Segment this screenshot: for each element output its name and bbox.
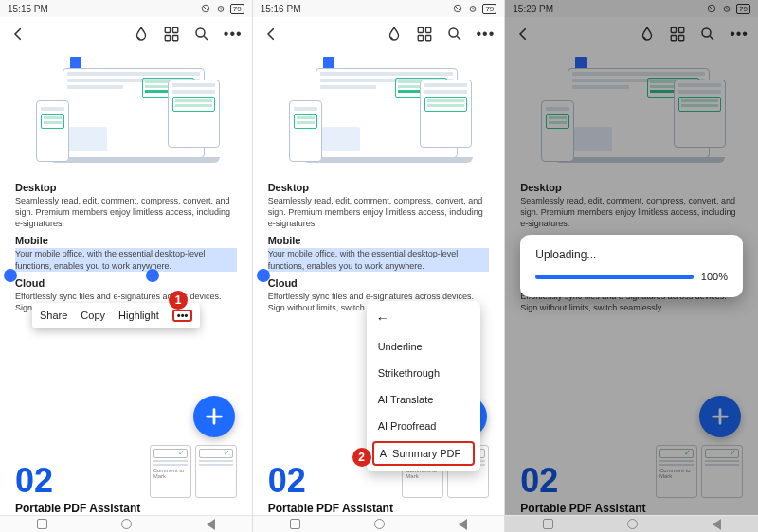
mobile-heading: Mobile — [268, 235, 490, 246]
battery-level: 79 — [230, 4, 244, 14]
svg-rect-17 — [679, 27, 684, 32]
fab-add-button[interactable] — [699, 396, 741, 437]
upload-percent: 100% — [701, 271, 728, 282]
alarm-icon — [215, 4, 226, 13]
overflow-icon[interactable]: ••• — [224, 26, 243, 43]
upload-label: Uploading... — [535, 248, 728, 261]
svg-point-13 — [449, 28, 458, 37]
document-view[interactable]: Desktop Seamlessly read, edit, comment, … — [0, 51, 252, 313]
upload-modal: Uploading... 100% — [520, 235, 743, 297]
ctx-share[interactable]: Share — [40, 310, 67, 321]
page-thumb[interactable]: Comment to Mark — [656, 445, 697, 498]
footer-title: Portable PDF Assistant — [520, 502, 743, 515]
grid-icon[interactable] — [669, 26, 686, 43]
dropdown-ai-proofread[interactable]: AI Proofread — [367, 413, 480, 439]
nav-home[interactable] — [121, 519, 132, 529]
page-number: 02 — [15, 464, 53, 498]
page-footer: 02 Comment to Mark Portable PDF Assistan… — [505, 445, 758, 515]
ctx-copy[interactable]: Copy — [81, 310, 105, 321]
dropdown-ai-translate[interactable]: AI Translate — [367, 386, 480, 413]
dnd-icon — [452, 4, 463, 13]
ink-icon[interactable] — [133, 26, 150, 43]
svg-rect-11 — [418, 36, 423, 41]
status-indicators: 79 — [200, 4, 244, 14]
back-icon[interactable] — [262, 26, 280, 43]
status-bar: 15:29 PM 79 — [505, 0, 758, 17]
dropdown-back[interactable]: ← — [367, 307, 480, 333]
app-bar: ••• — [505, 17, 758, 51]
screen-2: 15:16 PM 79 ••• — [253, 0, 506, 532]
android-navbar — [0, 515, 252, 532]
search-icon[interactable] — [446, 26, 463, 43]
svg-rect-4 — [165, 36, 170, 41]
svg-point-6 — [196, 28, 205, 37]
status-indicators: 79 — [706, 4, 750, 14]
dnd-icon — [200, 4, 211, 13]
dropdown-underline[interactable]: Underline — [367, 333, 480, 360]
fab-add-button[interactable] — [193, 396, 235, 437]
nav-recents[interactable] — [290, 519, 300, 529]
battery-level: 79 — [736, 4, 750, 14]
ink-icon[interactable] — [386, 26, 403, 43]
grid-icon[interactable] — [163, 26, 180, 43]
nav-back[interactable] — [459, 519, 467, 530]
callout-badge-2: 2 — [352, 448, 371, 467]
plus-icon — [710, 406, 731, 427]
desktop-heading: Desktop — [15, 182, 237, 193]
nav-back[interactable] — [713, 519, 721, 530]
android-navbar — [505, 515, 758, 532]
svg-rect-16 — [671, 27, 676, 32]
ctx-more-button[interactable]: ••• — [172, 310, 193, 322]
page-thumb[interactable] — [701, 445, 743, 498]
mobile-text-selected[interactable]: Your mobile office, with the essential d… — [268, 248, 490, 271]
dnd-icon — [706, 4, 717, 13]
svg-point-20 — [702, 28, 711, 37]
dropdown-strikethrough[interactable]: Strikethrough — [367, 360, 480, 386]
page-footer: 02 Comment to Mark Portable PDF Assistan… — [0, 445, 252, 515]
status-bar: 15:16 PM 79 — [253, 0, 505, 17]
alarm-icon — [721, 4, 732, 13]
nav-recents[interactable] — [37, 519, 47, 529]
svg-rect-18 — [671, 36, 676, 41]
page-thumb[interactable] — [195, 445, 237, 498]
grid-icon[interactable] — [416, 26, 433, 43]
footer-title: Portable PDF Assistant — [15, 502, 237, 515]
document-view[interactable]: Desktop Seamlessly read, edit, comment, … — [253, 51, 505, 313]
svg-rect-9 — [418, 27, 423, 32]
overflow-icon[interactable]: ••• — [477, 26, 496, 43]
hero-illustration — [15, 59, 237, 172]
search-icon[interactable] — [699, 26, 716, 43]
plus-icon — [204, 406, 225, 427]
alarm-icon — [467, 4, 478, 13]
back-icon[interactable] — [9, 26, 27, 43]
status-indicators: 79 — [452, 4, 496, 14]
nav-home[interactable] — [374, 519, 385, 529]
callout-badge-1: 1 — [169, 291, 188, 310]
page-thumb[interactable]: Comment to Mark — [150, 445, 191, 498]
dropdown-ai-summary[interactable]: AI Summary PDF — [372, 441, 475, 466]
svg-rect-19 — [679, 36, 684, 41]
android-navbar — [253, 515, 505, 532]
svg-rect-2 — [165, 27, 170, 32]
battery-level: 79 — [482, 4, 496, 14]
nav-home[interactable] — [627, 519, 638, 529]
status-time: 15:29 PM — [513, 4, 553, 14]
back-icon[interactable] — [514, 26, 532, 43]
app-bar: ••• — [0, 17, 252, 51]
hero-illustration — [268, 59, 490, 172]
desktop-heading: Desktop — [268, 182, 490, 193]
svg-rect-5 — [172, 36, 177, 41]
desktop-text: Seamlessly read, edit, comment, compress… — [268, 195, 490, 229]
page-number: 02 — [268, 464, 306, 498]
svg-rect-3 — [172, 27, 177, 32]
mobile-text-selected[interactable]: Your mobile office, with the essential d… — [15, 248, 237, 271]
overflow-icon[interactable]: ••• — [730, 26, 749, 43]
nav-recents[interactable] — [543, 519, 553, 529]
ink-icon[interactable] — [639, 26, 656, 43]
footer-title: Portable PDF Assistant — [268, 502, 490, 515]
more-dropdown: ← Underline Strikethrough AI Translate A… — [367, 301, 480, 471]
ctx-highlight[interactable]: Highlight — [118, 310, 159, 321]
nav-back[interactable] — [207, 519, 215, 530]
search-icon[interactable] — [193, 26, 210, 43]
cloud-heading: Cloud — [15, 277, 237, 289]
